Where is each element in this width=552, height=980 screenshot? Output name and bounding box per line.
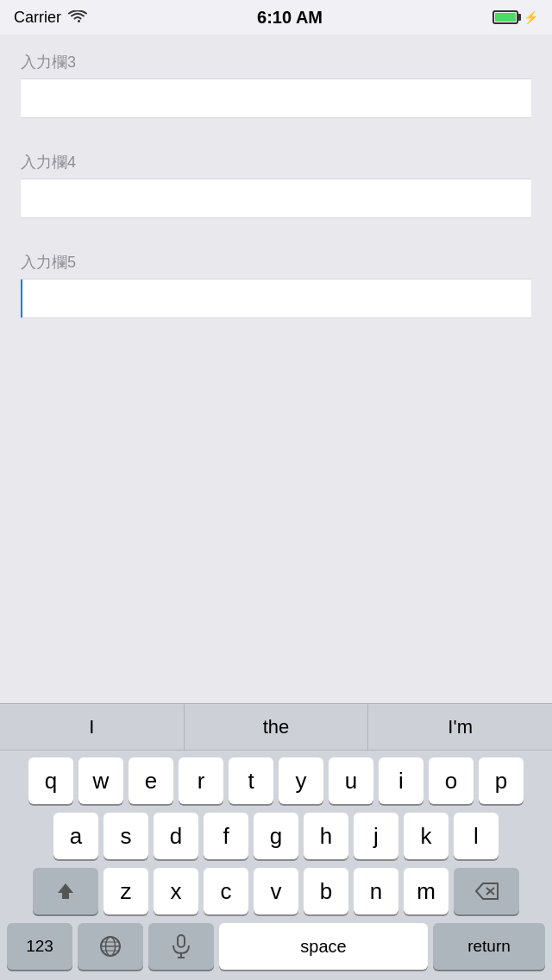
- field-3-input[interactable]: [21, 79, 531, 117]
- return-key[interactable]: return: [433, 923, 545, 970]
- key-r[interactable]: r: [179, 757, 223, 804]
- status-time: 6:10 AM: [257, 8, 323, 28]
- key-u[interactable]: u: [329, 757, 373, 804]
- battery-icon: [492, 10, 518, 24]
- key-t[interactable]: t: [229, 757, 273, 804]
- numbers-key[interactable]: 123: [7, 923, 72, 970]
- carrier-label: Carrier: [14, 9, 61, 27]
- globe-key[interactable]: [78, 923, 143, 970]
- key-a[interactable]: a: [53, 813, 98, 859]
- key-k[interactable]: k: [404, 813, 448, 859]
- key-d[interactable]: d: [154, 813, 198, 859]
- key-p[interactable]: p: [479, 757, 524, 804]
- key-x[interactable]: x: [154, 868, 198, 914]
- key-j[interactable]: j: [354, 813, 398, 859]
- keyboard: I the I'm q w e r t y u i o p a s d f g …: [0, 703, 552, 980]
- mic-key[interactable]: [148, 923, 214, 970]
- svg-rect-8: [178, 935, 185, 947]
- field-group-3: 入力欄3: [0, 35, 552, 117]
- bolt-icon: ⚡: [524, 10, 538, 24]
- key-z[interactable]: z: [104, 868, 148, 914]
- space-key[interactable]: space: [219, 923, 428, 970]
- field-group-5: 入力欄5: [0, 235, 552, 317]
- key-c[interactable]: c: [204, 868, 248, 914]
- key-row-1: q w e r t y u i o p: [3, 757, 549, 804]
- key-n[interactable]: n: [354, 868, 398, 914]
- key-l[interactable]: l: [454, 813, 499, 859]
- mic-icon: [172, 934, 191, 958]
- globe-icon: [98, 934, 122, 958]
- status-right: ⚡: [492, 10, 538, 24]
- key-e[interactable]: e: [129, 757, 173, 804]
- status-bar: Carrier 6:10 AM ⚡: [0, 0, 552, 35]
- delete-icon: [474, 882, 499, 901]
- delete-key[interactable]: [454, 868, 519, 914]
- field-5-label: 入力欄5: [21, 252, 531, 273]
- autocomplete-item-3[interactable]: I'm: [368, 704, 552, 750]
- key-s[interactable]: s: [104, 813, 148, 859]
- autocomplete-item-2[interactable]: the: [185, 704, 369, 750]
- autocomplete-bar: I the I'm: [0, 703, 552, 751]
- key-f[interactable]: f: [204, 813, 248, 859]
- spacer-4: [0, 217, 552, 235]
- wifi-icon: [68, 10, 87, 24]
- key-q[interactable]: q: [28, 757, 73, 804]
- autocomplete-item-1[interactable]: I: [0, 704, 185, 750]
- key-w[interactable]: w: [78, 757, 123, 804]
- key-m[interactable]: m: [404, 868, 448, 914]
- key-h[interactable]: h: [304, 813, 348, 859]
- form-area: 入力欄3 入力欄4 入力欄5: [0, 35, 552, 317]
- spacer-3: [0, 117, 552, 135]
- field-4-label: 入力欄4: [21, 152, 531, 173]
- key-y[interactable]: y: [279, 757, 323, 804]
- key-o[interactable]: o: [429, 757, 474, 804]
- key-row-2: a s d f g h j k l: [3, 813, 549, 859]
- status-left: Carrier: [14, 9, 87, 27]
- field-group-4: 入力欄4: [0, 135, 552, 217]
- key-rows: q w e r t y u i o p a s d f g h j k l: [0, 751, 552, 980]
- shift-key[interactable]: [33, 868, 98, 914]
- key-g[interactable]: g: [254, 813, 298, 859]
- key-v[interactable]: v: [254, 868, 298, 914]
- battery-fill: [495, 13, 516, 22]
- field-5-input[interactable]: [21, 280, 531, 317]
- key-i[interactable]: i: [379, 757, 423, 804]
- bottom-row: 123 space return: [3, 923, 549, 970]
- svg-marker-0: [58, 883, 73, 899]
- field-4-input[interactable]: [21, 179, 531, 217]
- key-row-3: z x c v b n m: [3, 868, 549, 914]
- field-3-label: 入力欄3: [21, 52, 531, 72]
- shift-icon: [54, 880, 77, 902]
- key-b[interactable]: b: [304, 868, 348, 914]
